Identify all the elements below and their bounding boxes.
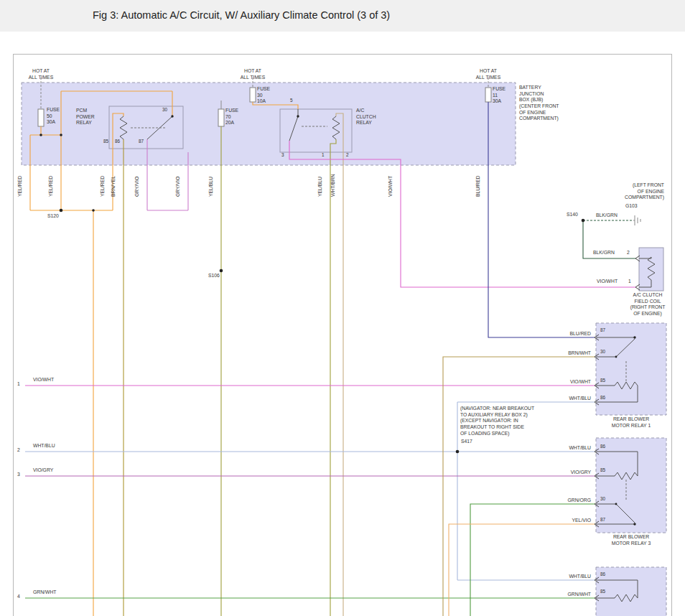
wire-label-rotated: BLU/RED <box>475 167 482 197</box>
relay1-wire-vio-wht: VIO/WHT <box>548 379 591 386</box>
relay1-pin-30: 30 <box>600 349 605 355</box>
fuse70-label: FUSE 70 20A <box>225 108 238 126</box>
pcm-pin-30: 30 <box>162 107 167 113</box>
relay3-wire-grn-org: GRN/ORG <box>548 498 591 504</box>
relay3-pin-87: 87 <box>600 517 605 523</box>
relay3-pin-86: 86 <box>600 444 605 449</box>
splice-s120-label: S120 <box>47 213 59 220</box>
left-wire-3-label: VIO/GRY <box>33 467 53 474</box>
relay3-pin-85: 85 <box>600 467 605 473</box>
splice-s106-label: S106 <box>208 273 220 279</box>
relay4-wire-wht-blu: WHT/BLU <box>548 574 591 580</box>
relay1-pin-85: 85 <box>600 378 605 383</box>
contact-dot <box>171 115 173 117</box>
relay1-wire-blu-red: BLU/RED <box>548 331 591 337</box>
pcm-pin-86: 86 <box>115 139 120 144</box>
relay3-pin-30: 30 <box>600 496 605 502</box>
relay-dashed-links <box>131 126 626 500</box>
junction-dot <box>60 134 62 136</box>
wire-label-rotated: YEL/RED <box>17 167 24 197</box>
relay4-wire-grn-wht: GRN/WHT <box>548 592 591 598</box>
wire-label-rotated: YEL/RED <box>100 167 106 197</box>
relay1-pin-87: 87 <box>600 327 605 333</box>
ac-pin-3: 3 <box>281 152 284 158</box>
fuse30-symbol <box>250 88 256 102</box>
fuse11-symbol <box>485 88 491 102</box>
left-wire-4-label: GRN/WHT <box>33 589 56 596</box>
bjb-label: BATTERY JUNCTION BOX (BJB) (CENTER FRONT… <box>519 85 559 122</box>
left-wire-2-label: WHT/BLU <box>33 443 55 449</box>
relay3-caption: REAR BLOWER MOTOR RELAY 3 <box>596 534 666 546</box>
relay1-wire-wht-blu: WHT/BLU <box>548 396 591 402</box>
splice-s120-dot <box>60 209 63 213</box>
wire-label-rotated: GRY/VIO <box>134 167 141 197</box>
splice-dots <box>39 115 636 525</box>
fuse50-label: FUSE 50 30A <box>47 107 60 126</box>
pcm-pin-85: 85 <box>103 139 108 144</box>
pcm-pin-87: 87 <box>139 139 144 144</box>
splice-s140-label: S140 <box>567 212 578 218</box>
fuse70-symbol <box>218 109 224 126</box>
left-wire-3-number: 3 <box>17 472 20 478</box>
contact-dot <box>615 503 618 505</box>
junction-dot <box>92 209 95 212</box>
left-wire-1-number: 1 <box>17 381 20 388</box>
contact-dot <box>615 356 618 358</box>
relay1-caption: REAR BLOWER MOTOR RELAY 1 <box>596 416 666 429</box>
junction-dot <box>39 134 42 136</box>
splice-s417-label: S417 <box>461 439 472 445</box>
contact-dot <box>633 523 635 525</box>
field-coil-caption: A/C CLUTCH FIELD COIL (RIGHT FRONT OF EN… <box>616 292 679 317</box>
wire-label-rotated: YEL/RED <box>48 167 55 197</box>
left-wire-2-number: 2 <box>17 447 20 454</box>
splice-s106-dot <box>220 269 223 273</box>
relay3-wire-vio-gry: VIO/GRY <box>548 470 591 476</box>
hot-label-right: HOT AT ALL TIMES <box>474 68 503 80</box>
relay4-pin-85: 85 <box>600 589 605 594</box>
left-wire-4-number: 4 <box>17 594 20 600</box>
s417-location-note: (NAVIGATOR: NEAR BREAKOUT TO AUXILIARY R… <box>460 406 554 437</box>
relay1-pin-86: 86 <box>600 395 605 401</box>
rear-blower-relay1-box <box>596 323 666 415</box>
wht-brn-wire <box>336 113 343 616</box>
blk-grn-label: BLK/GRN <box>596 213 618 219</box>
wire-label-rotated: YEL/BLU <box>317 167 324 197</box>
ac-relay-label: A/C CLUTCH RELAY <box>356 108 376 126</box>
ac-pin-1: 1 <box>322 152 325 158</box>
field-coil-wire1-label: VIO/WHT <box>597 279 618 285</box>
wire-label-rotated: YEL/BLU <box>208 167 215 197</box>
rear-blower-relay4-box <box>596 567 666 616</box>
relay3-wire-yel-vio: YEL/VIO <box>548 518 591 524</box>
relay1-wire-brn-wht: BRN/WHT <box>548 350 591 357</box>
fuse11-label: FUSE 11 30A <box>493 86 505 105</box>
yel-blu-wires <box>221 126 336 616</box>
relay3-wire-wht-blu: WHT/BLU <box>548 445 591 452</box>
contact-dot <box>633 336 635 338</box>
hot-label-left: HOT AT ALL TIMES <box>27 68 55 80</box>
rear-blower-relay3-box <box>596 438 666 533</box>
splice-s417-dot <box>456 450 460 454</box>
wire-label-rotated: BRN/YEL <box>111 167 117 197</box>
hot-label-middle: HOT AT ALL TIMES <box>238 68 267 80</box>
field-coil-wire2-label: BLK/GRN <box>593 250 615 256</box>
page: Fig 3: Automatic A/C Circuit, W/ Auxilia… <box>0 0 685 616</box>
ground-g103-label: G103 <box>625 203 638 210</box>
contact-dot <box>297 115 299 117</box>
fuse50-symbol <box>38 109 44 126</box>
wire-label-rotated: VIO/WHT <box>388 167 394 197</box>
ground-location-label: (LEFT FRONT OF ENGINE COMPARTMENT) <box>605 182 664 201</box>
relay4-pin-86: 86 <box>600 571 605 577</box>
field-coil-pin1: 1 <box>628 279 631 285</box>
splice-s140-dot <box>582 219 585 223</box>
left-wire-1-label: VIO/WHT <box>33 377 54 383</box>
yel-red-wires <box>30 91 298 616</box>
wire-label-rotated: WHT/BRN <box>330 167 337 197</box>
wire-label-rotated: GRY/VIO <box>175 167 182 197</box>
fuse30-label: FUSE 30 10A <box>257 86 270 105</box>
field-coil-pin2: 2 <box>627 250 630 256</box>
pcm-relay-label: PCM POWER RELAY <box>76 108 95 126</box>
ac-pin-5: 5 <box>290 98 293 103</box>
ac-pin-2: 2 <box>346 152 349 158</box>
